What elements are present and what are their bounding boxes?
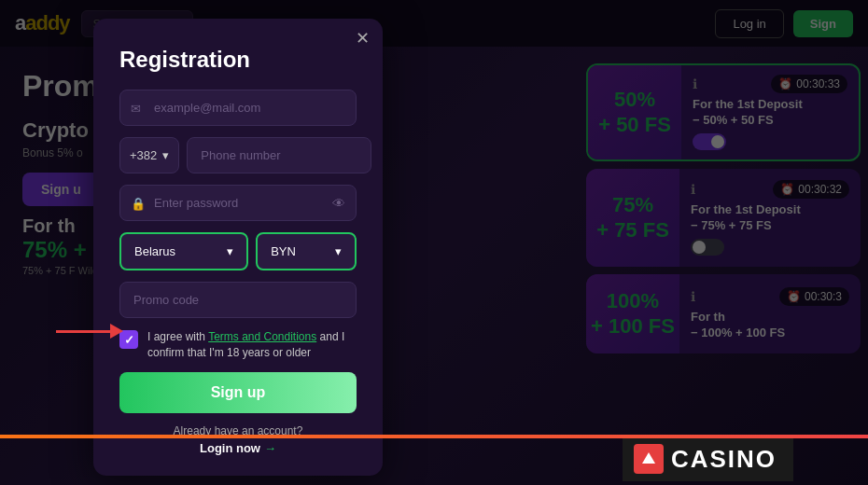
password-wrapper: 🔒 👁 [119, 185, 357, 221]
country-value: Belarus [134, 244, 175, 258]
login-arrow-icon: → [264, 441, 276, 455]
email-wrapper: ✉ [119, 90, 357, 126]
arrow-head [110, 324, 123, 339]
email-icon: ✉ [131, 101, 141, 115]
modal-overlay: ✕ Registration ✉ +382 ▾ 🔒 👁 [0, 0, 868, 485]
login-link[interactable]: Login now → [119, 441, 357, 455]
currency-value: BYN [271, 244, 296, 258]
login-link-text: Login now [200, 441, 260, 455]
casino-watermark: CASINO [623, 436, 793, 481]
red-arrow [56, 324, 123, 339]
phone-row: +382 ▾ [119, 137, 357, 173]
chevron-down-icon: ▾ [162, 148, 169, 162]
country-row: Belarus ▾ BYN ▾ [119, 232, 357, 270]
lock-icon: 🔒 [131, 196, 146, 210]
check-icon: ✓ [124, 333, 134, 347]
arrow-shaft [56, 330, 110, 333]
password-group: 🔒 👁 [119, 185, 357, 221]
signup-button[interactable]: Sign up [119, 372, 357, 413]
promo-wrapper [119, 282, 357, 318]
phone-code-value: +382 [130, 148, 157, 162]
casino-text: CASINO [671, 445, 777, 474]
casino-logo-icon [634, 444, 664, 474]
close-button[interactable]: ✕ [356, 30, 370, 47]
country-selector[interactable]: Belarus ▾ [119, 232, 248, 270]
terms-link[interactable]: Terms and Conditions [208, 330, 316, 343]
promo-group [119, 282, 357, 318]
email-group: ✉ [119, 90, 357, 126]
casino-logo-svg [640, 450, 657, 467]
password-input[interactable] [119, 185, 357, 221]
phone-input[interactable] [187, 137, 371, 173]
phone-code-selector[interactable]: +382 ▾ [119, 137, 179, 173]
eye-icon[interactable]: 👁 [332, 196, 345, 211]
modal-title: Registration [119, 47, 357, 73]
highlight-line [0, 435, 868, 438]
checkbox-row: ✓ I agree with Terms and Conditions and … [119, 329, 357, 361]
country-chevron-icon: ▾ [227, 244, 233, 258]
email-input[interactable] [119, 90, 357, 126]
currency-chevron-icon: ▾ [335, 244, 342, 258]
promo-input[interactable] [119, 282, 357, 318]
country-currency-group: Belarus ▾ BYN ▾ [119, 232, 357, 270]
checkbox-label: I agree with Terms and Conditions and I … [147, 329, 357, 361]
phone-group: +382 ▾ [119, 137, 357, 173]
registration-modal: ✕ Registration ✉ +382 ▾ 🔒 👁 [93, 19, 383, 476]
currency-selector[interactable]: BYN ▾ [256, 232, 357, 270]
